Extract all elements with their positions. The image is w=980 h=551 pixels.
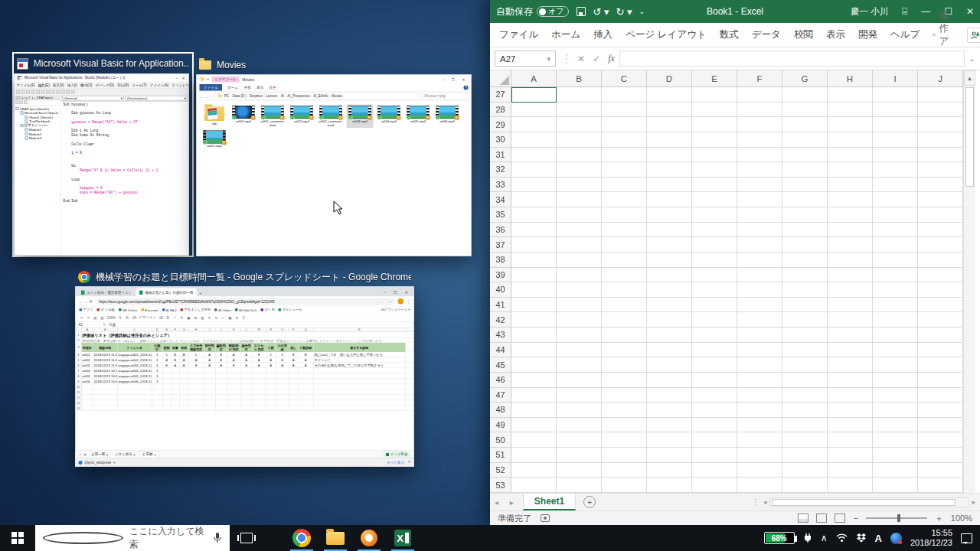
grid-cell[interactable] bbox=[828, 237, 873, 253]
sheets-header-cell[interactable]: 管理ID bbox=[82, 343, 93, 352]
sheets-header-cell[interactable]: 音量 bbox=[172, 343, 180, 352]
grid-cell[interactable] bbox=[828, 328, 873, 343]
sheets-empty-cell[interactable] bbox=[241, 395, 253, 400]
sheets-empty-cell[interactable] bbox=[82, 395, 93, 400]
grid-cell[interactable] bbox=[557, 403, 602, 418]
row-header[interactable]: 42 bbox=[490, 312, 511, 328]
row-header[interactable]: 40 bbox=[490, 282, 511, 298]
sheets-data-cell[interactable]: 同じwavにつき、扱いは入門と同じで良いかも bbox=[314, 352, 406, 357]
row-header[interactable]: 35 bbox=[490, 207, 511, 223]
column-header[interactable]: F bbox=[737, 70, 782, 87]
breadcrumb-segment[interactable]: PC bbox=[224, 94, 229, 98]
column-header[interactable]: A bbox=[511, 70, 557, 87]
row-header[interactable]: 38 bbox=[490, 253, 511, 268]
grid-cell[interactable] bbox=[692, 432, 737, 448]
sheets-empty-cell[interactable] bbox=[82, 406, 93, 411]
sheets-empty-cell[interactable] bbox=[276, 406, 289, 411]
sheets-empty-cell[interactable] bbox=[172, 390, 180, 395]
grid-cell[interactable] bbox=[602, 343, 647, 358]
grid-cell[interactable] bbox=[511, 132, 557, 148]
grid-cell[interactable] bbox=[511, 148, 557, 163]
sheets-data-cell[interactable]: B bbox=[299, 352, 314, 357]
sheets-empty-cell[interactable] bbox=[118, 395, 152, 400]
grid-cell[interactable] bbox=[692, 448, 737, 463]
zoom-slider[interactable] bbox=[866, 517, 927, 519]
sheets-data-cell[interactable] bbox=[276, 368, 289, 373]
grid-cell[interactable] bbox=[918, 148, 963, 163]
grid-cell[interactable] bbox=[647, 388, 692, 403]
explorer-ribbon-tab[interactable]: ファイル bbox=[200, 84, 222, 91]
grid-cell[interactable] bbox=[828, 343, 873, 358]
sheets-data-cell[interactable] bbox=[253, 373, 266, 379]
sheets-empty-cell[interactable] bbox=[241, 406, 253, 411]
sheets-header-cell[interactable]: 公開ID bbox=[152, 343, 163, 352]
grid-cell[interactable] bbox=[647, 357, 692, 373]
select-all-corner[interactable] bbox=[490, 70, 511, 87]
grid-cell[interactable] bbox=[557, 223, 602, 238]
grid-cell[interactable] bbox=[873, 117, 918, 132]
grid-cell[interactable] bbox=[692, 328, 737, 343]
grid-cell[interactable] bbox=[828, 448, 873, 463]
file-item-video[interactable]: ✓w002.mp4 bbox=[289, 105, 315, 129]
sheets-header-cell[interactable]: 操作判定 bbox=[204, 343, 216, 352]
grid-cell[interactable] bbox=[782, 328, 828, 343]
sheets-data-cell[interactable]: A bbox=[180, 352, 189, 357]
grid-cell[interactable] bbox=[828, 418, 873, 433]
file-item-video[interactable]: ✓w007.mp4 bbox=[201, 129, 228, 149]
sheets-empty-cell[interactable] bbox=[118, 400, 152, 406]
grid-cell[interactable] bbox=[737, 117, 782, 132]
grid-cell[interactable] bbox=[692, 282, 737, 298]
print-icon[interactable]: ▤ bbox=[93, 315, 98, 319]
grid-cell[interactable] bbox=[511, 223, 557, 238]
grid-cell[interactable] bbox=[918, 343, 963, 358]
sheets-header-cell[interactable]: 入出/実績 bbox=[276, 343, 289, 352]
grid-cell[interactable] bbox=[557, 268, 602, 283]
grid-cell[interactable] bbox=[737, 192, 782, 207]
ribbon-tab-9[interactable]: ヘルプ bbox=[890, 28, 920, 41]
undo-icon[interactable]: ↶ bbox=[80, 315, 84, 319]
sheets-data-cell[interactable]: 2018/12/23 11:55 bbox=[93, 363, 118, 368]
explorer-help-icon[interactable]: ? bbox=[464, 85, 469, 90]
grid-cell[interactable] bbox=[873, 478, 918, 493]
sheets-data-cell[interactable]: A bbox=[299, 357, 314, 363]
ribbon-tab-4[interactable]: 数式 bbox=[720, 28, 739, 41]
row-header[interactable]: 37 bbox=[490, 237, 511, 253]
sheets-empty-cell[interactable] bbox=[266, 406, 276, 411]
vertical-scroll-thumb[interactable] bbox=[965, 87, 974, 187]
cancel-entry-icon[interactable]: ✕ bbox=[577, 54, 585, 64]
grid-cell[interactable] bbox=[782, 388, 828, 403]
grid-cell[interactable] bbox=[918, 403, 963, 418]
zoom-in-button[interactable]: ＋ bbox=[935, 513, 943, 524]
row-header[interactable]: 52 bbox=[490, 463, 511, 478]
sheets-empty-cell[interactable] bbox=[172, 406, 180, 411]
grid-cell[interactable] bbox=[557, 178, 602, 193]
sheets-empty-cell[interactable] bbox=[118, 390, 152, 395]
grid-cell[interactable] bbox=[918, 223, 963, 238]
ribbon-tab-3[interactable]: ページ レイアウト bbox=[626, 28, 707, 41]
grid-cell[interactable] bbox=[737, 103, 782, 118]
sheets-title-cell[interactable]: 評価値リスト（評価詳細は発注者のみとシェア） bbox=[82, 332, 406, 338]
grid-cell[interactable] bbox=[828, 132, 873, 148]
grid-cell[interactable] bbox=[782, 373, 828, 388]
sheets-empty-cell[interactable] bbox=[227, 390, 241, 395]
grid-cell[interactable] bbox=[511, 178, 557, 193]
sheets-data-cell[interactable]: B bbox=[289, 352, 299, 357]
minimize-button[interactable]: — bbox=[921, 6, 930, 17]
functions-icon[interactable]: Σ bbox=[241, 315, 246, 319]
zoom-select[interactable]: 100% bbox=[107, 315, 116, 319]
column-header[interactable]: J bbox=[918, 70, 963, 87]
sheets-header-cell[interactable]: 修正する課題 bbox=[314, 343, 406, 352]
wrap-icon[interactable]: ↩ bbox=[220, 315, 225, 319]
zoom-level-label[interactable]: 100% bbox=[951, 514, 972, 523]
grid-cell[interactable] bbox=[737, 373, 782, 388]
grid-cell[interactable] bbox=[602, 253, 647, 268]
sheets-header-cell[interactable]: 工数 bbox=[266, 343, 276, 352]
taskbar-chrome-button[interactable] bbox=[285, 525, 318, 551]
grid-cell[interactable] bbox=[511, 253, 557, 268]
italic-icon[interactable]: I bbox=[172, 315, 177, 319]
grid-cell[interactable] bbox=[511, 162, 557, 178]
redo-button[interactable]: ↻ ▾ bbox=[616, 6, 632, 18]
sheets-column-letter[interactable]: D bbox=[152, 328, 163, 332]
grid-cell[interactable] bbox=[511, 103, 557, 118]
grid-cell[interactable] bbox=[782, 432, 828, 448]
